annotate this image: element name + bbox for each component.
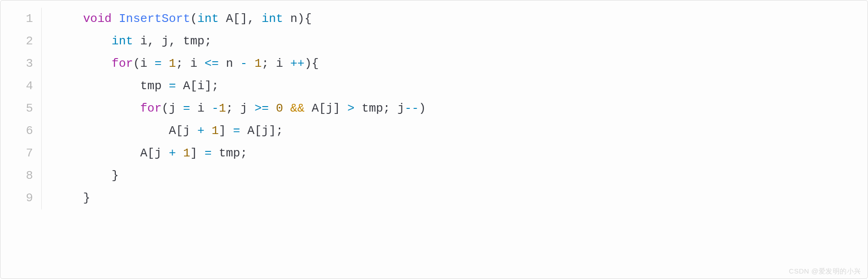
token: n	[219, 57, 240, 70]
line-number: 4	[0, 75, 42, 97]
token: 1	[169, 57, 176, 70]
token: -	[212, 102, 219, 115]
token: =	[183, 102, 190, 115]
token: 1	[255, 57, 262, 70]
token: (j	[162, 102, 183, 115]
code-content: A[j + 1] = A[j];	[54, 120, 283, 142]
code-line: 1 void InsertSort(int A[], int n){	[0, 8, 868, 30]
code-content: }	[54, 165, 119, 187]
token	[205, 124, 212, 138]
token: 1	[219, 102, 226, 115]
line-number: 3	[0, 53, 42, 75]
code-content: int i, j, tmp;	[54, 30, 212, 53]
token: tmp; j	[354, 102, 404, 115]
code-line: 6 A[j + 1] = A[j];	[0, 120, 868, 142]
token: ]	[219, 124, 233, 138]
token: +	[197, 124, 205, 138]
token: tmp	[140, 79, 168, 93]
token: 1	[183, 146, 190, 160]
token	[112, 12, 119, 26]
token: A[j]	[304, 102, 347, 115]
watermark-text: CSDN @爱发明的小兴	[789, 267, 861, 276]
token: A[j	[169, 124, 197, 138]
token: =	[205, 146, 212, 160]
token: {	[304, 12, 312, 26]
code-content: for(i = 1; i <= n - 1; i ++){	[54, 53, 319, 75]
line-number: 9	[0, 187, 42, 209]
token: n	[283, 12, 297, 26]
token: ){	[304, 57, 319, 70]
token: void	[83, 12, 111, 26]
indent	[54, 57, 112, 70]
token: >=	[255, 102, 269, 115]
line-number: 2	[0, 30, 42, 53]
indent	[54, 79, 140, 93]
indent	[54, 146, 140, 160]
code-line: 2 int i, j, tmp;	[0, 30, 868, 53]
indent	[54, 124, 169, 138]
token: A[j	[140, 146, 168, 160]
line-number: 5	[0, 97, 42, 120]
code-content: A[j + 1] = tmp;	[54, 142, 247, 165]
token: =	[169, 79, 176, 93]
indent	[54, 102, 140, 115]
token: int	[112, 34, 133, 48]
token: i, j, tmp;	[133, 34, 212, 48]
code-content: void InsertSort(int A[], int n){	[54, 8, 312, 30]
token: A[],	[219, 12, 262, 26]
token: 0	[276, 102, 283, 115]
indent	[54, 169, 112, 182]
token	[176, 146, 183, 160]
token: -	[240, 57, 248, 70]
token: }	[83, 191, 90, 205]
token: A[j];	[240, 124, 283, 138]
token: =	[154, 57, 162, 70]
line-number: 7	[0, 142, 42, 165]
token: for	[112, 57, 133, 70]
token: (i	[133, 57, 155, 70]
token: InsertSort	[119, 12, 190, 26]
token: int	[262, 12, 283, 26]
line-number: 6	[0, 120, 42, 142]
code-line: 3 for(i = 1; i <= n - 1; i ++){	[0, 53, 868, 75]
code-content: tmp = A[i];	[54, 75, 219, 97]
token: =	[233, 124, 240, 138]
token	[162, 57, 169, 70]
token: int	[197, 12, 219, 26]
code-line: 7 A[j + 1] = tmp;	[0, 142, 868, 165]
token: )	[298, 12, 305, 26]
token: A[i];	[176, 79, 219, 93]
token	[247, 57, 255, 70]
token: +	[169, 146, 176, 160]
code-content: }	[54, 187, 90, 209]
line-number: 1	[0, 8, 42, 30]
token: ]	[190, 146, 204, 160]
token: }	[112, 169, 119, 182]
token: i	[190, 102, 212, 115]
token: --	[405, 102, 419, 115]
token: ; j	[226, 102, 255, 115]
token: ++	[290, 57, 304, 70]
code-line: 8 }	[0, 165, 868, 187]
code-line: 4 tmp = A[i];	[0, 75, 868, 97]
token: tmp;	[212, 146, 247, 160]
indent	[54, 191, 83, 205]
token	[269, 102, 276, 115]
token: for	[140, 102, 162, 115]
token: 1	[212, 124, 219, 138]
token: &&	[290, 102, 304, 115]
indent	[54, 12, 83, 26]
token: ; i	[176, 57, 204, 70]
indent	[54, 34, 112, 48]
code-line: 9 }	[0, 187, 868, 209]
code-line: 5 for(j = i -1; j >= 0 && A[j] > tmp; j-…	[0, 97, 868, 120]
code-block: 1 void InsertSort(int A[], int n){2 int …	[0, 0, 868, 279]
token	[283, 102, 290, 115]
token: <=	[205, 57, 219, 70]
token: (	[190, 12, 197, 26]
code-content: for(j = i -1; j >= 0 && A[j] > tmp; j--)	[54, 97, 426, 120]
token: >	[347, 102, 355, 115]
token: )	[419, 102, 426, 115]
token: ; i	[262, 57, 290, 70]
line-number: 8	[0, 165, 42, 187]
